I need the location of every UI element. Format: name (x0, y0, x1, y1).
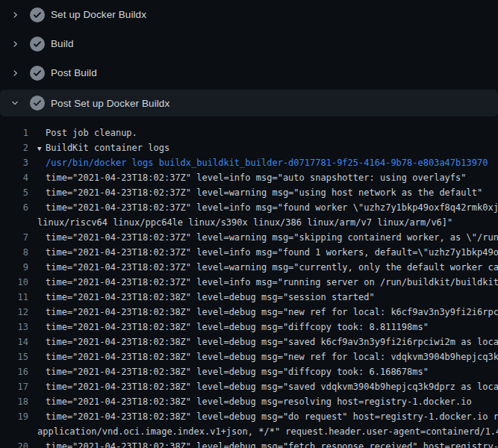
step-label: Post Build (51, 67, 97, 78)
log-line: 13time="2021-04-23T18:02:38Z" level=debu… (0, 320, 498, 335)
line-number[interactable]: 7 (0, 230, 28, 245)
log-text: time="2021-04-23T18:02:37Z" level=warnin… (28, 185, 482, 200)
step-row-post-set-up-docker-buildx[interactable]: Post Set up Docker Buildx (0, 90, 498, 116)
log-line-continuation: linux/riscv64 linux/ppc64le linux/s390x … (0, 215, 498, 230)
check-circle-icon (30, 7, 45, 22)
line-number[interactable]: 12 (0, 305, 28, 320)
log-line: 4time="2021-04-23T18:02:37Z" level=info … (0, 170, 498, 185)
line-number[interactable]: 2 (0, 140, 28, 155)
log-viewer: 1Post job cleanup.2▼BuildKit container l… (0, 116, 498, 448)
check-circle-icon (30, 37, 45, 52)
chevron-right-icon[interactable] (9, 9, 21, 21)
line-number[interactable]: 1 (0, 125, 28, 140)
line-number[interactable]: 16 (0, 364, 28, 379)
log-line: 11time="2021-04-23T18:02:38Z" level=debu… (0, 290, 498, 305)
log-line: 19time="2021-04-23T18:02:38Z" level=debu… (0, 409, 498, 424)
line-number[interactable]: 20 (0, 439, 28, 448)
check-circle-icon (30, 66, 45, 81)
line-number[interactable]: 13 (0, 320, 28, 335)
step-label: Post Set up Docker Buildx (51, 98, 169, 109)
line-number[interactable]: 17 (0, 379, 28, 394)
log-text: time="2021-04-23T18:02:38Z" level=debug … (28, 290, 375, 305)
chevron-down-icon[interactable] (9, 97, 21, 109)
line-number[interactable]: 9 (0, 260, 28, 275)
log-text: time="2021-04-23T18:02:38Z" level=debug … (28, 439, 498, 448)
log-text: ▼BuildKit container logs (28, 140, 169, 155)
log-text: time="2021-04-23T18:02:38Z" level=debug … (28, 379, 498, 394)
line-number[interactable]: 10 (0, 275, 28, 290)
log-line: 12time="2021-04-23T18:02:38Z" level=debu… (0, 305, 498, 320)
log-line: 6time="2021-04-23T18:02:37Z" level=info … (0, 200, 498, 215)
line-number[interactable]: 6 (0, 200, 28, 215)
log-text: time="2021-04-23T18:02:37Z" level=info m… (28, 245, 498, 260)
log-text: time="2021-04-23T18:02:38Z" level=debug … (28, 409, 498, 424)
chevron-right-icon[interactable] (9, 67, 21, 79)
log-text: linux/riscv64 linux/ppc64le linux/s390x … (28, 215, 452, 230)
line-number[interactable]: 5 (0, 185, 28, 200)
log-text: time="2021-04-23T18:02:37Z" level=info m… (28, 275, 498, 290)
line-number[interactable]: 4 (0, 170, 28, 185)
log-line: 10time="2021-04-23T18:02:37Z" level=info… (0, 275, 498, 290)
log-line[interactable]: 2▼BuildKit container logs (0, 140, 498, 155)
log-line-continuation: application/vnd.oci.image.index.v1+json,… (0, 424, 498, 439)
log-line: 16time="2021-04-23T18:02:38Z" level=debu… (0, 364, 498, 379)
log-text: time="2021-04-23T18:02:38Z" level=debug … (28, 305, 498, 320)
step-label: Build (51, 38, 74, 49)
line-number[interactable]: 15 (0, 349, 28, 364)
chevron-right-icon[interactable] (9, 38, 21, 50)
step-row-post-build[interactable]: Post Build (0, 58, 498, 87)
step-label: Set up Docker Buildx (51, 9, 146, 20)
log-line: 9time="2021-04-23T18:02:37Z" level=warni… (0, 260, 498, 275)
log-line: 15time="2021-04-23T18:02:38Z" level=debu… (0, 349, 498, 364)
log-text: time="2021-04-23T18:02:37Z" level=info m… (28, 200, 498, 215)
line-number (0, 215, 28, 230)
log-line: 3/usr/bin/docker logs buildx_buildkit_bu… (0, 155, 498, 170)
log-line: 1Post job cleanup. (0, 125, 498, 140)
log-line: 20time="2021-04-23T18:02:38Z" level=debu… (0, 439, 498, 448)
log-group-title: BuildKit container logs (46, 143, 169, 153)
log-line: 8time="2021-04-23T18:02:37Z" level=info … (0, 245, 498, 260)
log-line: 7time="2021-04-23T18:02:37Z" level=warni… (0, 230, 498, 245)
log-text: time="2021-04-23T18:02:37Z" level=info m… (28, 170, 467, 185)
log-text: time="2021-04-23T18:02:38Z" level=debug … (28, 320, 429, 335)
log-line: 5time="2021-04-23T18:02:37Z" level=warni… (0, 185, 498, 200)
line-number[interactable]: 19 (0, 409, 28, 424)
log-text: time="2021-04-23T18:02:37Z" level=warnin… (28, 230, 498, 245)
log-text: application/vnd.oci.image.index.v1+json,… (28, 424, 498, 439)
log-line: 14time="2021-04-23T18:02:38Z" level=debu… (0, 335, 498, 349)
steps-list: Set up Docker BuildxBuildPost BuildPost … (0, 0, 498, 116)
log-text: time="2021-04-23T18:02:38Z" level=debug … (28, 349, 498, 364)
line-number (0, 424, 28, 439)
line-number[interactable]: 3 (0, 155, 28, 170)
log-text: Post job cleanup. (28, 125, 137, 140)
log-line: 17time="2021-04-23T18:02:38Z" level=debu… (0, 379, 498, 394)
line-number[interactable]: 14 (0, 335, 28, 349)
log-line: 18time="2021-04-23T18:02:38Z" level=debu… (0, 394, 498, 409)
line-number[interactable]: 8 (0, 245, 28, 260)
check-circle-icon (30, 96, 45, 111)
line-number[interactable]: 18 (0, 394, 28, 409)
line-number[interactable]: 11 (0, 290, 28, 305)
log-text: time="2021-04-23T18:02:37Z" level=warnin… (28, 260, 498, 275)
collapse-triangle-icon[interactable]: ▼ (37, 141, 46, 155)
log-text: time="2021-04-23T18:02:38Z" level=debug … (28, 335, 498, 349)
step-row-set-up-docker-buildx[interactable]: Set up Docker Buildx (0, 0, 498, 29)
log-command-text: /usr/bin/docker logs buildx_buildkit_bui… (28, 155, 488, 170)
log-text: time="2021-04-23T18:02:38Z" level=debug … (28, 364, 429, 379)
log-text: time="2021-04-23T18:02:38Z" level=debug … (28, 394, 472, 409)
step-row-build[interactable]: Build (0, 29, 498, 58)
